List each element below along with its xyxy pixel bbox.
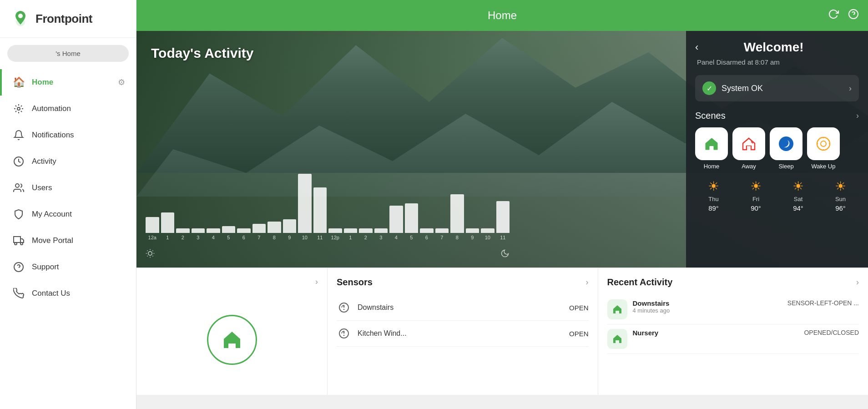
chart-bar-label: 6 — [425, 235, 428, 240]
page-title: Home — [488, 9, 517, 22]
chart-bar-col: 9 — [466, 149, 479, 240]
help-icon[interactable] — [848, 9, 859, 22]
chart-bar — [176, 228, 190, 233]
chart-bar-label: 5 — [227, 235, 230, 240]
scene-home[interactable]: Home — [695, 127, 728, 170]
weather-sun-temp: 96° — [835, 204, 846, 212]
chart-bar-col: 12p — [328, 149, 342, 240]
chart-bar — [435, 228, 449, 233]
scenes-grid: Home Away — [695, 127, 859, 170]
chart-bar-label: 8 — [273, 235, 276, 240]
scene-sleep[interactable]: Sleep — [770, 127, 802, 170]
weather-sat-icon: ☀ — [792, 179, 804, 194]
activity-bar-chart: 12a123456789101112p1234567891011 — [146, 149, 510, 240]
scene-away-icon-box — [732, 127, 765, 160]
recent-activity-card-chevron[interactable]: › — [856, 278, 859, 287]
svg-line-19 — [152, 251, 153, 251]
chart-bar-label: 9 — [288, 235, 291, 240]
sidebar-item-move-portal[interactable]: Move Portal — [0, 227, 136, 254]
chart-bar-label: 12a — [148, 235, 156, 240]
chart-bar — [405, 203, 419, 233]
recent-activity-card-title: Recent Activity — [607, 277, 673, 288]
sidebar-item-notifications[interactable]: Notifications — [0, 122, 136, 148]
weather-sat: ☀ Sat 94° — [780, 179, 817, 212]
refresh-icon[interactable] — [828, 9, 839, 22]
home-selector-button[interactable]: 's Home — [7, 45, 129, 62]
sidebar-item-automation[interactable]: Automation — [0, 96, 136, 122]
chart-bar-label: 1 — [166, 235, 169, 240]
svg-point-22 — [779, 136, 793, 151]
chart-bar-label: 7 — [440, 235, 443, 240]
activity-downstairs-icon — [607, 299, 627, 319]
weather-thu-temp: 89° — [708, 204, 719, 212]
scene-wake-up[interactable]: Wake Up — [807, 127, 840, 170]
home-status-card: › — [136, 268, 328, 395]
chart-bar — [237, 228, 251, 233]
chart-bar-col: 6 — [420, 149, 434, 240]
sidebar-item-users[interactable]: Users — [0, 175, 136, 201]
my-account-nav-icon — [13, 208, 25, 220]
weather-sat-label: Sat — [794, 196, 803, 202]
sidebar-nav: 🏠 Home ⚙ Automation Notifications — [0, 69, 136, 409]
sensor-downstairs-icon — [337, 300, 351, 315]
sidebar-item-activity[interactable]: Activity — [0, 148, 136, 175]
sidebar-item-activity-label: Activity — [32, 157, 56, 166]
chart-bar-label: 3 — [197, 235, 199, 240]
home-status-icon[interactable] — [207, 315, 257, 365]
svg-point-8 — [20, 242, 23, 245]
scene-away[interactable]: Away — [732, 127, 765, 170]
chart-bar-col: 2 — [359, 149, 373, 240]
support-nav-icon — [13, 261, 25, 273]
chart-bar-col: 5 — [222, 149, 236, 240]
chart-bar — [344, 228, 358, 233]
chart-bar — [313, 187, 327, 233]
automation-nav-icon — [13, 103, 25, 115]
logo-text: Frontpoint — [35, 12, 92, 26]
chart-bar — [192, 228, 205, 233]
chart-bar-label: 7 — [257, 235, 260, 240]
activity-nursery-state: OPENED/CLOSED — [804, 329, 859, 336]
activity-item-downstairs: Downstairs 4 minutes ago SENSOR-LEFT-OPE… — [607, 295, 859, 324]
chart-bar — [359, 228, 373, 233]
activity-downstairs-time: 4 minutes ago — [633, 307, 782, 314]
svg-rect-5 — [14, 237, 20, 242]
home-card-chevron[interactable]: › — [315, 277, 318, 287]
sidebar: Frontpoint 's Home 🏠 Home ⚙ Automation — [0, 0, 136, 409]
sensor-item-kitchen[interactable]: Kitchen Wind... OPEN — [337, 321, 589, 347]
svg-rect-29 — [229, 343, 235, 348]
sidebar-item-support[interactable]: Support — [0, 254, 136, 280]
weather-thu-icon: ☀ — [708, 179, 719, 194]
chart-bar — [207, 228, 220, 233]
sidebar-item-my-account-label: My Account — [32, 210, 72, 219]
panel-back-button[interactable]: ‹ — [695, 41, 698, 53]
sensor-item-downstairs[interactable]: Downstairs OPEN — [337, 295, 589, 321]
chart-bar — [252, 224, 266, 233]
chart-bar-col: 8 — [450, 149, 464, 240]
chart-bar — [496, 201, 510, 233]
gear-icon[interactable]: ⚙ — [118, 77, 125, 87]
welcome-panel: ‹ Welcome! Panel Disarmed at 8:07 am ✓ S… — [686, 31, 868, 268]
users-nav-icon — [13, 182, 25, 194]
sidebar-item-home[interactable]: 🏠 Home ⚙ — [0, 69, 136, 96]
sensors-card-title: Sensors — [337, 277, 373, 288]
sidebar-item-contact-us[interactable]: Contact Us — [0, 280, 136, 307]
chart-bar-label: 11 — [317, 235, 323, 240]
sensor-kitchen-name: Kitchen Wind... — [358, 329, 563, 338]
scenes-chevron[interactable]: › — [856, 111, 859, 121]
weather-fri-icon: ☀ — [750, 179, 762, 194]
chart-bar-label: 11 — [500, 235, 505, 240]
system-ok-row[interactable]: ✓ System OK › — [695, 75, 859, 101]
weather-thu: ☀ Thu 89° — [695, 179, 732, 212]
chart-bar — [283, 219, 297, 233]
chart-bar-col: 10 — [481, 149, 495, 240]
sensors-card-chevron[interactable]: › — [586, 278, 589, 287]
chart-bar-col: 1 — [161, 149, 175, 240]
activity-nav-icon — [13, 156, 25, 167]
chart-bar-label: 5 — [410, 235, 413, 240]
sidebar-item-my-account[interactable]: My Account — [0, 201, 136, 227]
weather-sun: ☀ Sun 96° — [822, 179, 859, 212]
chart-bar — [267, 222, 281, 233]
chart-bar-label: 6 — [242, 235, 245, 240]
weather-row: ☀ Thu 89° ☀ Fri 90° ☀ Sat 94° — [695, 179, 859, 212]
activity-nursery-name: Nursery — [633, 329, 799, 337]
